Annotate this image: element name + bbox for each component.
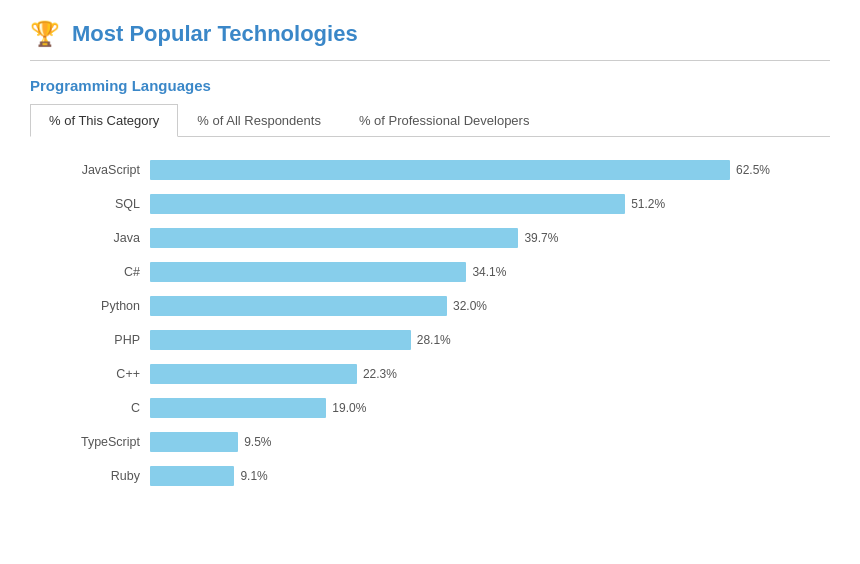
bar-value-label: 62.5%: [736, 163, 770, 177]
table-row: SQL51.2%: [50, 191, 830, 217]
bar-value-label: 32.0%: [453, 299, 487, 313]
bar-fill: [150, 228, 518, 248]
bar-track: 19.0%: [150, 398, 830, 418]
table-row: Java39.7%: [50, 225, 830, 251]
bar-fill: [150, 296, 447, 316]
tab-this-category[interactable]: % of This Category: [30, 104, 178, 137]
bar-fill: [150, 262, 466, 282]
bar-track: 39.7%: [150, 228, 830, 248]
bar-value-label: 19.0%: [332, 401, 366, 415]
bar-track: 9.1%: [150, 466, 830, 486]
bar-track: 22.3%: [150, 364, 830, 384]
table-row: C#34.1%: [50, 259, 830, 285]
bar-fill: [150, 194, 625, 214]
table-row: C19.0%: [50, 395, 830, 421]
bar-value-label: 28.1%: [417, 333, 451, 347]
bar-fill: [150, 466, 234, 486]
bar-value-label: 22.3%: [363, 367, 397, 381]
bar-fill: [150, 364, 357, 384]
tab-bar: % of This Category % of All Respondents …: [30, 104, 830, 137]
bar-fill: [150, 160, 730, 180]
table-row: Ruby9.1%: [50, 463, 830, 489]
bar-track: 32.0%: [150, 296, 830, 316]
bar-label: Ruby: [50, 469, 150, 483]
bar-label: PHP: [50, 333, 150, 347]
table-row: Python32.0%: [50, 293, 830, 319]
page-title: Most Popular Technologies: [72, 21, 358, 47]
bar-track: 28.1%: [150, 330, 830, 350]
table-row: TypeScript9.5%: [50, 429, 830, 455]
bar-label: Java: [50, 231, 150, 245]
bar-track: 34.1%: [150, 262, 830, 282]
bar-label: SQL: [50, 197, 150, 211]
bar-label: C#: [50, 265, 150, 279]
bar-value-label: 9.1%: [240, 469, 267, 483]
bar-fill: [150, 398, 326, 418]
bar-label: TypeScript: [50, 435, 150, 449]
bar-label: C++: [50, 367, 150, 381]
table-row: JavaScript62.5%: [50, 157, 830, 183]
table-row: PHP28.1%: [50, 327, 830, 353]
bar-value-label: 51.2%: [631, 197, 665, 211]
table-row: C++22.3%: [50, 361, 830, 387]
tab-professional-developers[interactable]: % of Professional Developers: [340, 104, 549, 137]
trophy-icon: 🏆: [30, 20, 60, 48]
bar-fill: [150, 330, 411, 350]
section-title: Programming Languages: [30, 77, 830, 94]
bar-value-label: 9.5%: [244, 435, 271, 449]
bar-value-label: 39.7%: [524, 231, 558, 245]
bar-label: JavaScript: [50, 163, 150, 177]
bar-track: 51.2%: [150, 194, 830, 214]
page-header: 🏆 Most Popular Technologies: [30, 20, 830, 61]
bar-value-label: 34.1%: [472, 265, 506, 279]
bar-label: C: [50, 401, 150, 415]
bar-label: Python: [50, 299, 150, 313]
bar-fill: [150, 432, 238, 452]
bar-track: 9.5%: [150, 432, 830, 452]
bar-track: 62.5%: [150, 160, 830, 180]
tab-all-respondents[interactable]: % of All Respondents: [178, 104, 340, 137]
bar-chart: JavaScript62.5%SQL51.2%Java39.7%C#34.1%P…: [50, 157, 830, 497]
